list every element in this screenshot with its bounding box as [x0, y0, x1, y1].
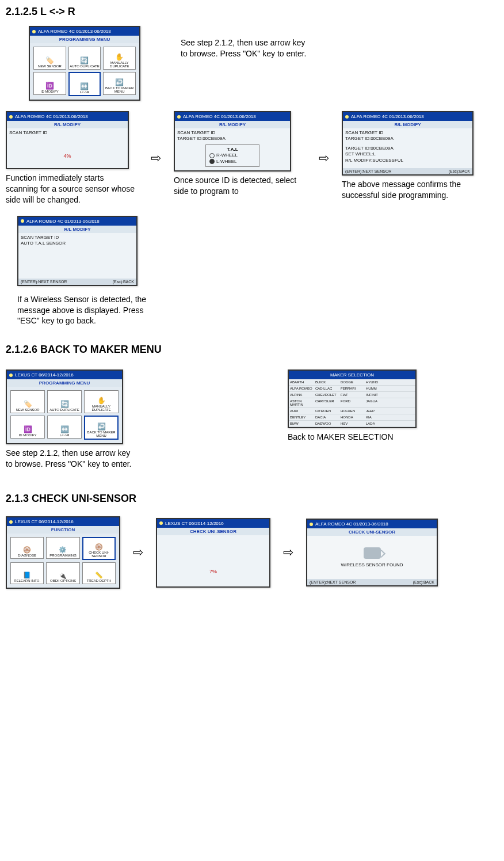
- screen-scan: ALFA ROMEO 4C 01/2013-06/2018 R/L MODIFY…: [6, 111, 129, 169]
- maker-cell[interactable]: [390, 386, 415, 392]
- caption-wheel: Once source ID is detected, select side …: [174, 175, 306, 197]
- maker-cell[interactable]: HYUND: [365, 379, 390, 386]
- maker-cell[interactable]: [390, 408, 415, 414]
- caption-2126-left: See step 2.1.2, then use arrow key to br…: [6, 448, 138, 470]
- maker-cell[interactable]: [390, 379, 415, 386]
- maker-cell[interactable]: BMW: [289, 421, 314, 427]
- menu-back-maker[interactable]: ↩️BACK TO MAKER MENU: [103, 72, 136, 95]
- func-programming[interactable]: ⚙️PROGRAMMING: [46, 537, 79, 559]
- screen-check-uni: LEXUS CT 06/2014-12/2016 CHECK UNI-SENSO…: [156, 518, 270, 588]
- maker-cell[interactable]: [390, 398, 415, 408]
- menu-auto-duplicate[interactable]: 🔄AUTO DUPLICATE: [68, 47, 101, 70]
- caption-scan: Function immediately starts scanning for…: [6, 173, 138, 205]
- maker-cell[interactable]: LADA: [365, 421, 390, 427]
- screen-auto-tal: ALFA ROMEO 4C 01/2013-06/2018 R/L MODIFY…: [17, 216, 138, 286]
- maker-cell[interactable]: BENTLEY: [289, 414, 314, 421]
- menu-manually-duplicate[interactable]: ✋MANUALLY DUPLICATE: [103, 47, 136, 70]
- menu-lr[interactable]: ↔️L<->R: [68, 72, 101, 96]
- menu-new-sensor[interactable]: 🏷️NEW SENSOR: [33, 47, 66, 70]
- screen-success: ALFA ROMEO 4C 01/2013-06/2018 R/L MODIFY…: [342, 111, 474, 176]
- caption-auto: If a Wireless Sensor is detected, the me…: [17, 294, 150, 327]
- maker-cell[interactable]: FERRARI: [339, 386, 365, 392]
- sensor-icon: [364, 547, 381, 559]
- maker-cell[interactable]: DODGE: [339, 379, 365, 386]
- maker-cell[interactable]: JEEP: [365, 408, 390, 414]
- menu2-lr[interactable]: ↔️L<->R: [47, 416, 82, 439]
- maker-cell[interactable]: AUDI: [289, 408, 314, 414]
- menu2-id-modify[interactable]: 🆔ID MODIFY: [10, 416, 45, 439]
- maker-cell[interactable]: [390, 414, 415, 421]
- func-diagnose[interactable]: 🛞DIAGNOSE: [10, 537, 44, 559]
- func-obdii[interactable]: 🔌OBDII OPTIONS: [46, 562, 79, 584]
- menu2-manually-duplicate[interactable]: ✋MANUALLY DUPLICATE: [84, 390, 119, 413]
- maker-cell[interactable]: ALPINA: [289, 392, 314, 398]
- maker-cell[interactable]: FIAT: [339, 392, 365, 398]
- maker-cell[interactable]: FORD: [339, 398, 365, 408]
- maker-cell[interactable]: HONDA: [339, 414, 365, 421]
- caption-success: The above message confirms the successfu…: [342, 179, 474, 201]
- screen-prog-menu: ALFA ROMEO 4C 01/2013-06/2018 PROGRAMMIN…: [29, 26, 140, 101]
- maker-cell[interactable]: CHEVROLET: [314, 392, 339, 398]
- func-relearn[interactable]: 📘RELEARN INFO.: [10, 562, 44, 584]
- caption-2126-right: Back to MAKER SELECTION: [288, 432, 417, 443]
- menu-id-modify[interactable]: 🆔ID MODIFY: [33, 72, 66, 95]
- maker-cell[interactable]: CADILLAC: [314, 386, 339, 392]
- screen-maker-selection: MAKER SELECTION ABARTHBUICKDODGEHYUNDALF…: [288, 369, 417, 428]
- maker-cell[interactable]: [390, 392, 415, 398]
- arrow-right-icon: ⇨: [151, 151, 161, 166]
- maker-cell[interactable]: ASTON MARTIN: [289, 398, 314, 408]
- screen-function: LEXUS CT 06/2014-12/2016 FUNCTION 🛞DIAGN…: [6, 516, 120, 589]
- arrow-right-icon: ⇨: [319, 151, 329, 166]
- maker-cell[interactable]: HSV: [339, 421, 365, 427]
- heading-213: 2.1.3 CHECK UNI-SENSOR: [6, 493, 492, 505]
- maker-cell[interactable]: CHRYSLER: [314, 398, 339, 408]
- maker-cell[interactable]: DAEWOO: [314, 421, 339, 427]
- arrow-right-icon: ⇨: [283, 545, 293, 560]
- heading-2126: 2.1.2.6 BACK TO MAKER MENU: [6, 344, 492, 356]
- maker-cell[interactable]: HOLDEN: [339, 408, 365, 414]
- arrow-right-icon: ⇨: [133, 545, 143, 560]
- maker-cell[interactable]: ABARTH: [289, 379, 314, 386]
- menu2-new-sensor[interactable]: 🏷️NEW SENSOR: [10, 390, 45, 413]
- maker-cell[interactable]: BUICK: [314, 379, 339, 386]
- screen-wheel-select: ALFA ROMEO 4C 01/2013-06/2018 R/L MODIFY…: [174, 111, 291, 172]
- maker-cell[interactable]: HUMM: [365, 386, 390, 392]
- screen-prog-menu-2: LEXUS CT 06/2014-12/2016 PROGRAMMING MEN…: [6, 369, 123, 444]
- func-tread[interactable]: 📏TREAD DEPTH: [82, 562, 116, 584]
- screen-wireless-found: ALFA ROMEO 4C 01/2013-06/2018 CHECK UNI-…: [306, 519, 438, 586]
- maker-cell[interactable]: CITROEN: [314, 408, 339, 414]
- menu2-back-maker[interactable]: ↩️BACK TO MAKER MENU: [84, 416, 119, 440]
- maker-cell[interactable]: INFINIT: [365, 392, 390, 398]
- maker-cell[interactable]: JAGUA: [365, 398, 390, 408]
- func-check-uni[interactable]: 🛞CHECK UNI-SENSOR: [82, 537, 116, 560]
- maker-cell[interactable]: [390, 421, 415, 427]
- caption-top: See step 2.1.2, then use arrow key to br…: [181, 37, 313, 59]
- maker-cell[interactable]: ALFA ROMEO: [289, 386, 314, 392]
- maker-cell[interactable]: KIA: [365, 414, 390, 421]
- heading-2125: 2.1.2.5 L <-> R: [6, 6, 492, 18]
- maker-cell[interactable]: DACIA: [314, 414, 339, 421]
- menu2-auto-duplicate[interactable]: 🔄AUTO DUPLICATE: [47, 390, 82, 413]
